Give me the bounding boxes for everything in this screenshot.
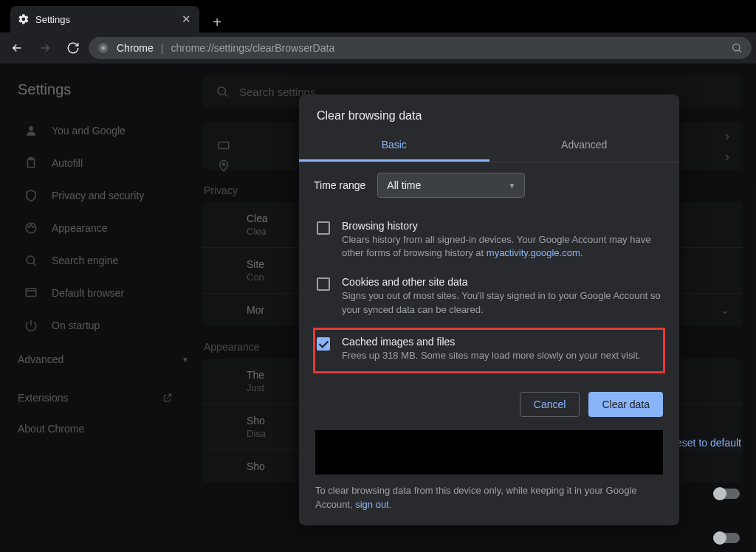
gear-icon xyxy=(18,13,30,25)
sign-out-link[interactable]: sign out xyxy=(355,499,389,510)
forward-button[interactable] xyxy=(32,35,58,61)
omnibox-chrome-label: Chrome xyxy=(117,42,154,54)
toggle-switch[interactable] xyxy=(715,533,740,543)
svg-point-2 xyxy=(733,44,740,51)
new-tab-button[interactable]: + xyxy=(207,12,227,32)
browser-toolbar: Chrome | chrome://settings/clearBrowserD… xyxy=(0,32,756,63)
chrome-logo-icon xyxy=(97,42,109,54)
option-desc: Clears history from all signed-in device… xyxy=(342,233,662,260)
omnibox-url: chrome://settings/clearBrowserData xyxy=(171,42,334,54)
clear-browsing-data-dialog: Clear browsing data Basic Advanced Time … xyxy=(299,94,679,525)
cancel-button[interactable]: Cancel xyxy=(520,392,580,417)
tab-close-icon[interactable]: ✕ xyxy=(180,13,192,25)
tab-strip: Settings ✕ + xyxy=(0,0,756,32)
chevron-down-icon: ▼ xyxy=(508,182,515,190)
dialog-title: Clear browsing data xyxy=(299,94,679,130)
settings-app: Settings You and Google Autofill Privacy… xyxy=(0,63,756,552)
tab-advanced[interactable]: Advanced xyxy=(489,130,680,162)
option-title: Cookies and other site data xyxy=(342,276,662,288)
reload-button[interactable] xyxy=(61,35,86,61)
browser-tab[interactable]: Settings ✕ xyxy=(10,6,199,32)
dialog-tabs: Basic Advanced xyxy=(299,130,679,162)
option-title: Cached images and files xyxy=(342,336,641,348)
dialog-footer: To clear browsing data from this device … xyxy=(299,479,679,525)
option-desc: Frees up 318 MB. Some sites may load mor… xyxy=(342,349,641,362)
myactivity-link[interactable]: myactivity.google.com xyxy=(487,247,580,258)
redacted-area xyxy=(315,430,663,475)
checkbox-cookies[interactable] xyxy=(317,277,330,291)
address-bar[interactable]: Chrome | chrome://settings/clearBrowserD… xyxy=(89,37,752,59)
time-range-value: All time xyxy=(387,179,421,191)
option-browsing-history[interactable]: Browsing history Clears history from all… xyxy=(314,215,664,272)
option-cached-images[interactable]: Cached images and files Frees up 318 MB.… xyxy=(314,328,664,373)
toggle-switch[interactable] xyxy=(715,489,740,499)
tab-title: Settings xyxy=(35,14,174,25)
tab-basic[interactable]: Basic xyxy=(299,130,489,162)
time-range-label: Time range xyxy=(314,179,365,191)
option-title: Browsing history xyxy=(342,220,662,232)
clear-data-button[interactable]: Clear data xyxy=(588,392,663,417)
checkbox-cached-images[interactable] xyxy=(317,337,330,351)
svg-point-1 xyxy=(101,46,105,49)
option-desc: Signs you out of most sites. You'll stay… xyxy=(342,289,662,316)
option-cookies[interactable]: Cookies and other site data Signs you ou… xyxy=(314,272,664,328)
search-icon[interactable] xyxy=(731,42,743,54)
back-button[interactable] xyxy=(4,35,30,61)
checkbox-browsing-history[interactable] xyxy=(317,221,330,235)
time-range-select[interactable]: All time ▼ xyxy=(377,173,525,198)
reset-to-default-link[interactable]: Reset to default xyxy=(669,437,741,449)
